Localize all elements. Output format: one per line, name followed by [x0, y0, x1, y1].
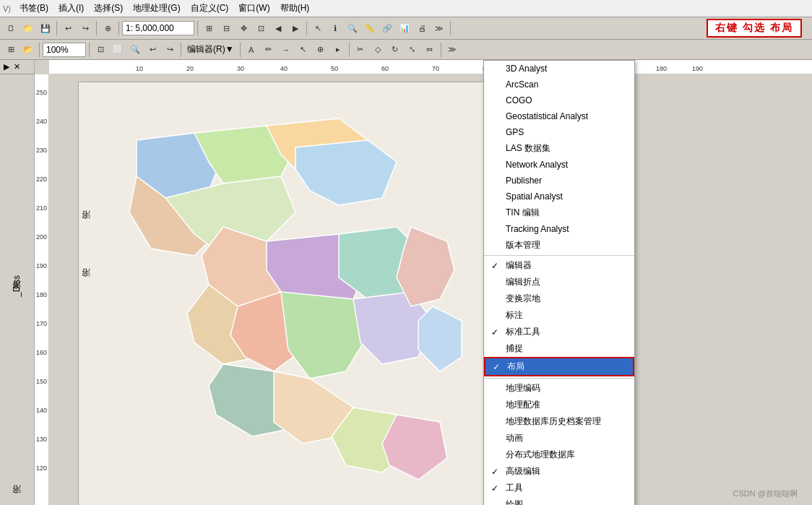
ctx-tools[interactable]: 工具: [484, 480, 634, 496]
ruler-mark-30: 30: [237, 65, 244, 72]
ctx-snap[interactable]: 捕捉: [484, 340, 634, 357]
rotate-btn[interactable]: ↻: [387, 42, 403, 58]
edit-tool[interactable]: ✂: [353, 42, 368, 58]
scale-btn[interactable]: ⤡: [405, 42, 420, 58]
layout-btn3[interactable]: 🔍: [127, 42, 143, 58]
arrow-btn[interactable]: →: [278, 42, 294, 58]
layout-btn2[interactable]: ⬜: [110, 42, 126, 58]
ctx-geodata[interactable]: 地理数据库历史档案管理: [484, 413, 634, 430]
new-btn[interactable]: 🗋: [3, 20, 19, 36]
menu-window[interactable]: 窗口(W): [234, 1, 274, 15]
map-area[interactable]: 10 20 30 40 50 60 70 80 140 150 160 170 …: [35, 60, 812, 505]
sep10: [240, 43, 241, 57]
ctx-georef[interactable]: 地理配准: [484, 397, 634, 413]
ctx-sep-1: [484, 255, 634, 256]
select-btn[interactable]: ↖: [310, 20, 326, 36]
ctx-gps[interactable]: GPS: [484, 124, 634, 140]
scale-input[interactable]: [122, 21, 194, 35]
ctx-las[interactable]: LAS 数据集: [484, 140, 634, 157]
catalog-btn[interactable]: 📂: [20, 42, 36, 58]
fwd-btn[interactable]: ▶: [288, 20, 303, 36]
zoom-input[interactable]: [43, 43, 86, 57]
menu-bookmarks[interactable]: 书签(B): [15, 1, 53, 15]
main-content: ▶ ✕ 溶_Diss 溶 10 20 30 40 50 60 70 80 1: [0, 60, 812, 505]
ruler-mark-10: 10: [136, 65, 143, 72]
ctx-network-analyst[interactable]: Network Analyst: [484, 157, 634, 173]
ctx-publisher[interactable]: Publisher: [484, 173, 634, 189]
ruler-mark-40: 40: [280, 65, 288, 72]
ctx-editor[interactable]: 编辑器: [484, 257, 634, 274]
ctx-spatial-analyst[interactable]: Spatial Analyst: [484, 189, 634, 204]
ruler-v-220: 220: [36, 176, 47, 183]
ruler-mark-60: 60: [381, 65, 389, 72]
map-svg: [79, 82, 483, 505]
menu-select[interactable]: 选择(S): [90, 1, 127, 15]
identify-btn[interactable]: ⊕: [100, 20, 116, 36]
ruler-v-130: 130: [36, 436, 47, 443]
full-extent-btn[interactable]: ⊡: [253, 20, 269, 36]
menu-geoprocessing[interactable]: 地理处理(G): [129, 1, 184, 15]
ctx-distributed[interactable]: 分布式地理数据库: [484, 446, 634, 463]
page-area: 溶 溶: [78, 82, 483, 505]
redo-btn[interactable]: ↪: [77, 20, 93, 36]
menu-prefix: V): [3, 4, 11, 13]
more3-btn[interactable]: ≫: [444, 42, 460, 58]
zoom-in-btn[interactable]: ⊞: [201, 20, 217, 36]
ctx-geo-analyst[interactable]: Geostatistical Analyst: [484, 108, 634, 124]
open-btn[interactable]: 📁: [20, 20, 36, 36]
layout-btn1[interactable]: ⊡: [92, 42, 108, 58]
ctx-edit-vertices[interactable]: 编辑折点: [484, 274, 634, 290]
ctx-cogo[interactable]: COGO: [484, 92, 634, 108]
sep7: [39, 43, 40, 57]
pan-btn[interactable]: ✥: [236, 20, 251, 36]
graph-btn[interactable]: 📊: [397, 20, 413, 36]
zoom-out-btn[interactable]: ⊟: [218, 20, 234, 36]
ctx-transform[interactable]: 变换宗地: [484, 290, 634, 307]
vertex-btn[interactable]: ◇: [370, 42, 386, 58]
layout-btn5[interactable]: ↪: [162, 42, 178, 58]
hyperlink-btn[interactable]: 🔗: [379, 20, 395, 36]
layout-btn4[interactable]: ↩: [144, 42, 160, 58]
print-btn[interactable]: 🖨: [414, 20, 430, 36]
menu-help[interactable]: 帮助(H): [276, 1, 314, 15]
ruler-mark-50: 50: [331, 65, 338, 72]
ruler-mark-70: 70: [432, 65, 439, 72]
ctx-geocode[interactable]: 地理编码: [484, 380, 634, 397]
undo-btn[interactable]: ↩: [60, 20, 76, 36]
snap-btn[interactable]: ⊕: [313, 42, 329, 58]
more2-btn[interactable]: ▸: [330, 42, 346, 58]
layers-btn[interactable]: ⊞: [3, 42, 19, 58]
more-btn[interactable]: ≫: [431, 20, 447, 36]
pencil-btn[interactable]: ✏: [261, 42, 277, 58]
save-btn[interactable]: 💾: [38, 20, 53, 36]
ruler-v-240: 240: [36, 118, 47, 125]
ctx-tracking[interactable]: Tracking Analyst: [484, 221, 634, 237]
toc-close-btn[interactable]: ✕: [12, 61, 22, 72]
cursor-btn[interactable]: ↖: [295, 42, 311, 58]
measure-btn[interactable]: 📏: [362, 20, 378, 36]
ctx-version[interactable]: 版本管理: [484, 237, 634, 254]
ctx-arcscan[interactable]: ArcScan: [484, 77, 634, 92]
menu-customize[interactable]: 自定义(C): [186, 1, 233, 15]
find-btn[interactable]: 🔍: [345, 20, 360, 36]
text-btn[interactable]: A: [243, 42, 259, 58]
ctx-3d-analyst[interactable]: 3D Analyst: [484, 61, 634, 77]
info-btn[interactable]: ℹ: [327, 20, 343, 36]
ctx-tin[interactable]: TIN 编辑: [484, 204, 634, 221]
editor-label[interactable]: 编辑器(R)▼: [184, 43, 237, 56]
ctx-label[interactable]: 标注: [484, 307, 634, 324]
toc-expand-btn[interactable]: ▶: [1, 61, 12, 72]
menu-insert[interactable]: 插入(I): [54, 1, 88, 15]
toc-panel: ▶ ✕ 溶_Diss 溶: [0, 60, 35, 505]
ctx-layout[interactable]: 布局: [484, 357, 634, 376]
ruler-v-210: 210: [36, 204, 47, 212]
ctx-draw[interactable]: 绘图: [484, 496, 634, 505]
mirror-btn[interactable]: ⇔: [422, 42, 438, 58]
watermark: CSDN @首哒哒啊: [733, 488, 798, 499]
back-btn[interactable]: ◀: [270, 20, 286, 36]
dissolve-label1: 溶_Diss: [11, 275, 23, 297]
ctx-advanced-edit[interactable]: 高级编辑: [484, 463, 634, 480]
ctx-animation[interactable]: 动画: [484, 430, 634, 446]
toc-content: 溶_Diss: [0, 74, 34, 498]
ctx-standard[interactable]: 标准工具: [484, 324, 634, 340]
